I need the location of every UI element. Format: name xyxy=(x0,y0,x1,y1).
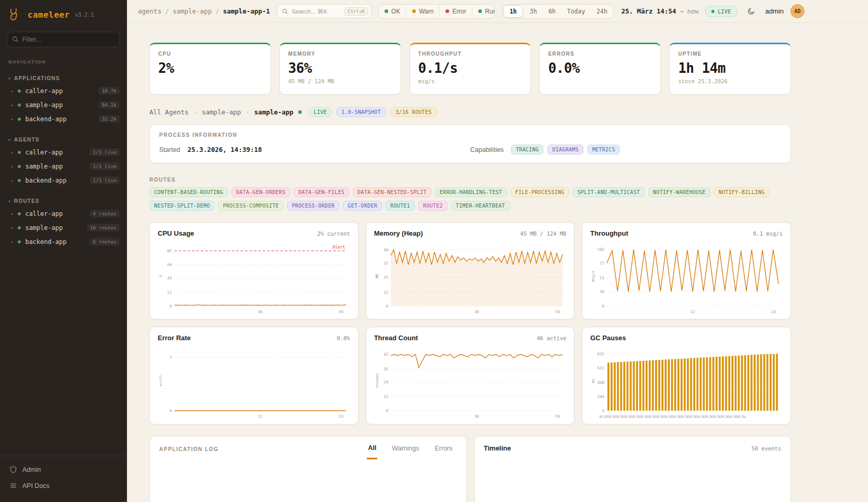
route-chip-nested-split-demo[interactable]: NESTED-SPLIT-DEMO xyxy=(149,201,214,211)
svg-text:35: 35 xyxy=(384,367,388,371)
time-range-7d[interactable]: 7d xyxy=(613,5,614,18)
search-input[interactable] xyxy=(292,8,341,15)
filter-input[interactable] xyxy=(7,32,120,47)
metric-label: ERRORS xyxy=(548,51,652,57)
sidebar-item-applications-backend-app[interactable]: ▸backend-app32.2k xyxy=(0,112,127,126)
breadcrumb-sample-app[interactable]: sample-app xyxy=(173,7,212,15)
route-chip-data-gen-orders[interactable]: DATA-GEN-ORDERS xyxy=(232,187,290,197)
svg-text:815: 815 xyxy=(597,352,605,357)
arrow-icon: → xyxy=(680,8,683,15)
sidebar-item-badge: 10.7k xyxy=(98,87,120,95)
docs-icon xyxy=(9,482,17,490)
capabilities-label: Capabilities xyxy=(470,146,504,153)
avatar[interactable]: AD xyxy=(790,4,805,18)
sidebar-group-header-routes[interactable]: ROUTES xyxy=(0,196,127,207)
status-filter-running[interactable]: Running xyxy=(473,5,495,18)
route-chip-get-order[interactable]: GET-ORDER xyxy=(343,201,382,211)
status-dot-icon xyxy=(18,89,21,93)
status-dot-icon xyxy=(18,179,21,182)
routes-title: ROUTES xyxy=(149,177,791,183)
breadcrumb: agents/sample-app/sample-app-1 xyxy=(138,7,270,15)
svg-text:0: 0 xyxy=(170,304,172,308)
sidebar-item-applications-caller-app[interactable]: ▸caller-app10.7k xyxy=(0,84,127,98)
breadcrumb-separator: / xyxy=(215,7,220,15)
sidebar-footer-admin[interactable]: Admin xyxy=(0,461,127,478)
footer-item-label: API Docs xyxy=(22,482,49,490)
status-dot-icon xyxy=(445,9,449,13)
sidebar-footer: AdminAPI Docs xyxy=(0,456,127,502)
route-chip-data-gen-files[interactable]: DATA-GEN-FILES xyxy=(294,187,350,197)
app-name: cameleer xyxy=(28,10,70,20)
route-chip-data-gen-nested-split[interactable]: DATA-GEN-NESTED-SPLIT xyxy=(353,187,431,197)
route-chip-file-processing[interactable]: FILE-PROCESSING xyxy=(510,187,569,197)
route-chip-route2[interactable]: ROUTE2 xyxy=(418,201,448,211)
log-tab-errors[interactable]: Errors xyxy=(433,444,453,459)
time-range-display[interactable]: 25. März 14:54 → now xyxy=(621,7,698,15)
time-range-3h[interactable]: 3h xyxy=(524,5,543,18)
metric-sub: 45 MB / 124 MB xyxy=(288,78,392,84)
dark-mode-toggle[interactable] xyxy=(744,5,759,18)
time-range-24h[interactable]: 24h xyxy=(591,5,613,18)
header-right-group: LIVE admin AD xyxy=(705,4,805,18)
sidebar-item-routes-sample-app[interactable]: ▸sample-app16 routes xyxy=(0,221,127,235)
breadcrumb-agents[interactable]: agents xyxy=(138,7,161,15)
metric-value: 1h 14m xyxy=(678,60,782,76)
metric-label: CPU xyxy=(158,51,262,57)
agent-crumb-sample-app[interactable]: sample-app xyxy=(202,108,241,116)
status-filter-error[interactable]: Error xyxy=(440,5,473,18)
search-icon xyxy=(12,36,19,43)
app-logo[interactable]: cameleer v3.2.1 xyxy=(0,0,127,25)
separator-dot: · xyxy=(193,108,197,116)
sidebar-item-agents-caller-app[interactable]: ▸caller-app1/1 live xyxy=(0,145,127,159)
time-range-1h[interactable]: 1h xyxy=(503,5,523,18)
sidebar-groups: APPLICATIONS▸caller-app10.7k▸sample-app8… xyxy=(0,65,127,249)
route-chip-process-order[interactable]: PROCESS-ORDER xyxy=(287,201,339,211)
route-chip-notify-warehouse[interactable]: NOTIFY-WAREHOUSE xyxy=(648,187,710,197)
agent-crumb-all-agents[interactable]: All Agents xyxy=(149,108,188,116)
route-chip-timer-heartbeat[interactable]: TIMER-HEARTBEAT xyxy=(451,201,510,211)
status-filter-warn[interactable]: Warn xyxy=(406,5,440,18)
sidebar-item-routes-backend-app[interactable]: ▸backend-app6 routes xyxy=(0,235,127,249)
chart-current-value: 45 MB / 124 MB xyxy=(520,230,567,237)
sidebar-item-applications-sample-app[interactable]: ▸sample-app84.1k xyxy=(0,98,127,112)
sidebar-group-header-applications[interactable]: APPLICATIONS xyxy=(0,73,127,84)
chart-card-threads: Thread Count46 active012243547threads305… xyxy=(366,327,575,424)
sidebar-footer-api-docs[interactable]: API Docs xyxy=(0,478,127,494)
status-filter-ok[interactable]: OK xyxy=(379,5,406,18)
svg-text:37: 37 xyxy=(384,261,388,266)
capability-chip-diagrams: DIAGRAMS xyxy=(547,145,583,155)
sidebar-item-routes-caller-app[interactable]: ▸caller-app4 routes xyxy=(0,207,127,221)
route-chip-notify-billing[interactable]: NOTIFY-BILLING xyxy=(714,187,770,197)
capability-chips: TRACINGDIAGRAMSMETRICS xyxy=(511,145,620,155)
route-chip-content-based-routing[interactable]: CONTENT-BASED-ROUTING xyxy=(149,187,228,197)
chart-header: GC Pauses xyxy=(590,334,783,342)
sidebar-item-label: backend-app xyxy=(25,115,66,123)
route-chip-process-composite[interactable]: PROCESS-COMPOSITE xyxy=(218,201,283,211)
sidebar-group-routes: ROUTES▸caller-app4 routes▸sample-app16 r… xyxy=(0,196,127,249)
route-chip-split-and-multicast[interactable]: SPLIT-AND-MULTICAST xyxy=(573,187,645,197)
status-dot-icon xyxy=(412,9,416,13)
status-dot-icon xyxy=(18,118,21,121)
log-tab-warnings[interactable]: Warnings xyxy=(391,444,420,459)
sidebar-item-badge: 4 routes xyxy=(90,210,120,217)
chevron-right-icon: ▸ xyxy=(11,164,14,169)
time-range-6h[interactable]: 6h xyxy=(543,5,561,18)
metric-cards-row: CPU2%MEMORY36%45 MB / 124 MBTHROUGHPUT0.… xyxy=(149,43,791,95)
route-chip-error-handling-test[interactable]: ERROR-HANDLING-TEST xyxy=(435,187,507,197)
log-tab-all[interactable]: All xyxy=(367,444,377,459)
timeline-title: Timeline xyxy=(484,444,512,452)
time-range-today[interactable]: Today xyxy=(561,5,591,18)
sidebar-group-header-agents[interactable]: AGENTS xyxy=(0,134,127,145)
sidebar-item-agents-sample-app[interactable]: ▸sample-app1/1 live xyxy=(0,159,127,173)
sidebar-item-agents-backend-app[interactable]: ▸backend-app1/1 live xyxy=(0,173,127,187)
chart-card-gc: GC Pauses0204408611815ms20:2020:2020:202… xyxy=(582,327,791,424)
threads-chart: 012243547threads3059 xyxy=(374,346,567,419)
user-menu[interactable]: admin xyxy=(765,7,784,15)
route-chip-route1[interactable]: ROUTE1 xyxy=(386,201,415,211)
svg-text:611: 611 xyxy=(597,366,605,371)
live-toggle[interactable]: LIVE xyxy=(705,6,737,17)
live-dot-icon xyxy=(711,10,714,13)
metric-label: UPTIME xyxy=(678,51,782,57)
global-search[interactable]: Ctrl+K xyxy=(277,4,372,18)
svg-text:%: % xyxy=(158,275,163,277)
